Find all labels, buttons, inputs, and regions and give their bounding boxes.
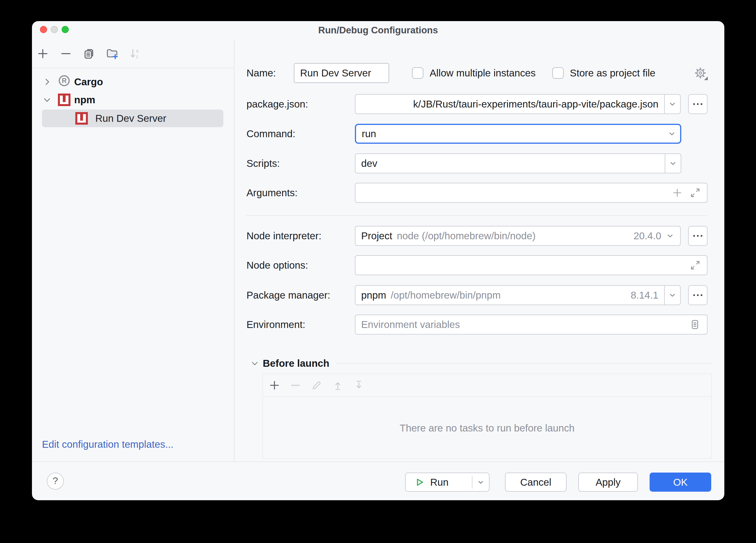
configurations-tree: R Cargo npm Run Dev Server xyxy=(32,68,233,153)
before-launch-header[interactable]: Before launch xyxy=(251,356,711,370)
scripts-dropdown-arrow[interactable] xyxy=(665,154,681,173)
command-combobox[interactable]: run xyxy=(355,124,681,144)
configurations-sidebar: a z R Cargo npm xyxy=(32,39,235,462)
pencil-icon xyxy=(311,380,322,391)
plus-icon xyxy=(37,48,48,59)
copy-configuration-button[interactable] xyxy=(83,47,95,60)
move-task-down-button xyxy=(353,379,365,391)
command-value: run xyxy=(362,128,376,140)
name-input[interactable] xyxy=(294,63,389,83)
npm-icon xyxy=(75,112,88,125)
package-manager-dropdown-arrow[interactable] xyxy=(664,286,680,304)
package-manager-combobox[interactable]: pnpm /opt/homebrew/bin/pnpm 8.14.1 xyxy=(355,285,681,305)
apply-button-label: Apply xyxy=(596,477,621,488)
minus-icon xyxy=(60,48,72,59)
before-launch-task-list: There are no tasks to run before launch xyxy=(263,397,711,459)
add-task-button[interactable] xyxy=(268,379,281,391)
allow-multiple-instances-checkbox[interactable] xyxy=(412,67,423,79)
ok-button-label: OK xyxy=(673,477,688,488)
name-row: Name: Allow multiple instances Store as … xyxy=(246,63,708,83)
minus-icon xyxy=(290,380,301,391)
new-folder-icon xyxy=(106,47,119,60)
no-tasks-message: There are no tasks to run before launch xyxy=(400,422,575,434)
store-as-project-file-label[interactable]: Store as project file xyxy=(570,67,656,79)
command-row: Command: run xyxy=(246,124,708,144)
scripts-row: Scripts: dev xyxy=(246,154,708,174)
dialog-title: Run/Debug Configurations xyxy=(32,21,724,39)
node-interpreter-version: 20.4.0 xyxy=(634,230,661,242)
node-interpreter-label: Node interpreter: xyxy=(246,230,355,242)
node-interpreter-combobox[interactable]: Project node (/opt/homebrew/bin/node) 20… xyxy=(355,226,681,246)
new-folder-button[interactable] xyxy=(106,47,118,60)
before-launch-panel: There are no tasks to run before launch xyxy=(262,373,712,459)
ellipsis-icon xyxy=(693,103,702,105)
node-interpreter-value: Project xyxy=(361,230,392,242)
add-configuration-button[interactable] xyxy=(37,47,49,60)
node-options-input[interactable] xyxy=(355,255,708,275)
edit-configuration-templates-link[interactable]: Edit configuration templates... xyxy=(42,439,173,450)
sort-configurations-button: a z xyxy=(129,47,142,60)
node-interpreter-row: Node interpreter: Project node (/opt/hom… xyxy=(246,226,708,246)
play-icon xyxy=(414,477,425,487)
node-interpreter-browse-button[interactable] xyxy=(688,226,708,246)
environment-label: Environment: xyxy=(246,319,355,330)
store-as-project-file-checkbox[interactable] xyxy=(552,67,564,79)
minimize-window-button xyxy=(51,26,58,33)
expand-icon[interactable] xyxy=(690,260,701,271)
arguments-label: Arguments: xyxy=(246,187,355,199)
scripts-combobox[interactable]: dev xyxy=(355,154,681,174)
help-button[interactable]: ? xyxy=(47,473,64,490)
tree-item-npm[interactable]: npm xyxy=(43,91,95,109)
command-dropdown-arrow[interactable] xyxy=(664,125,680,143)
arguments-row: Arguments: xyxy=(246,183,708,203)
environment-row: Environment: Environment variables xyxy=(246,314,708,334)
package-json-value: k/JB/Rust/tauri-experiments/tauri-app-vi… xyxy=(361,98,658,110)
chevron-down-icon[interactable] xyxy=(43,96,51,104)
store-as-project-file-settings-button[interactable] xyxy=(693,66,708,80)
titlebar: Run/Debug Configurations xyxy=(32,21,724,39)
scripts-value: dev xyxy=(361,158,377,169)
cancel-button-label: Cancel xyxy=(520,477,551,488)
copy-icon xyxy=(83,48,95,60)
remove-task-button xyxy=(289,379,302,391)
remove-configuration-button[interactable] xyxy=(60,47,72,60)
package-manager-browse-button[interactable] xyxy=(688,285,708,305)
before-launch-divider xyxy=(337,363,711,364)
chevron-down-icon xyxy=(668,291,677,299)
package-json-dropdown-arrow[interactable] xyxy=(664,95,680,114)
package-json-browse-button[interactable] xyxy=(688,94,708,114)
chevron-down-icon xyxy=(668,100,677,108)
gear-dropdown-triangle xyxy=(704,76,708,80)
move-task-up-button xyxy=(331,379,344,391)
tree-item-label: Cargo xyxy=(74,76,103,88)
ok-button[interactable]: OK xyxy=(650,473,711,492)
chevron-down-icon[interactable] xyxy=(251,359,259,367)
zoom-window-button[interactable] xyxy=(62,26,69,33)
allow-multiple-instances-label[interactable]: Allow multiple instances xyxy=(430,67,536,79)
chevron-down-icon xyxy=(477,478,485,486)
cancel-button[interactable]: Cancel xyxy=(505,473,567,492)
package-json-combobox[interactable]: k/JB/Rust/tauri-experiments/tauri-app-vi… xyxy=(355,94,681,114)
apply-button[interactable]: Apply xyxy=(578,473,638,492)
run-button-label: Run xyxy=(430,477,448,488)
arguments-input[interactable] xyxy=(355,183,708,203)
edit-task-button xyxy=(310,379,323,391)
run-split-button[interactable]: Run xyxy=(405,473,490,492)
svg-text:z: z xyxy=(136,54,138,59)
insert-macro-plus-icon[interactable] xyxy=(672,188,682,198)
node-options-row: Node options: xyxy=(246,255,708,275)
package-json-label: package.json: xyxy=(246,98,355,110)
package-manager-path: /opt/homebrew/bin/pnpm xyxy=(391,289,501,301)
close-window-button[interactable] xyxy=(40,26,47,33)
expand-icon[interactable] xyxy=(690,187,701,198)
tree-item-cargo[interactable]: R Cargo xyxy=(43,73,103,91)
chevron-right-icon[interactable] xyxy=(43,78,51,86)
node-interpreter-path: node (/opt/homebrew/bin/node) xyxy=(397,230,535,242)
environment-input[interactable]: Environment variables xyxy=(355,314,708,334)
tree-item-run-dev-server[interactable]: Run Dev Server xyxy=(42,110,223,127)
npm-icon xyxy=(58,94,70,106)
package-manager-value: pnpm xyxy=(361,289,386,301)
chevron-down-icon[interactable] xyxy=(666,232,674,240)
env-list-icon[interactable] xyxy=(689,319,701,330)
run-options-arrow[interactable] xyxy=(472,478,489,486)
